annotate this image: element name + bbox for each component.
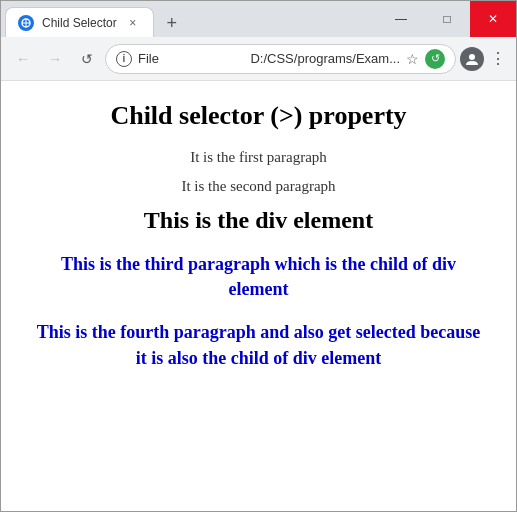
maximize-button[interactable]: □ xyxy=(424,1,470,37)
reload-button[interactable]: ↺ xyxy=(73,45,101,73)
menu-button[interactable]: ⋮ xyxy=(488,49,508,68)
tab-close-button[interactable]: × xyxy=(125,15,141,31)
url-text: D:/CSS/programs/Exam... xyxy=(250,51,400,66)
address-input[interactable]: i File D:/CSS/programs/Exam... ☆ ↺ xyxy=(105,44,456,74)
tab-title: Child Selector xyxy=(42,16,117,30)
minimize-button[interactable]: — xyxy=(378,1,424,37)
paragraph-1: It is the first paragraph xyxy=(31,149,486,166)
child-paragraph-1: This is the third paragraph which is the… xyxy=(31,252,486,302)
svg-point-3 xyxy=(469,54,475,60)
tab-favicon xyxy=(18,15,34,31)
browser-tab[interactable]: Child Selector × xyxy=(5,7,154,37)
file-label: File xyxy=(138,51,244,66)
bookmark-icon[interactable]: ☆ xyxy=(406,51,419,67)
paragraph-2: It is the second paragraph xyxy=(31,178,486,195)
page-content: Child selector (>) property It is the fi… xyxy=(1,81,516,511)
forward-button[interactable]: → xyxy=(41,45,69,73)
main-heading: Child selector (>) property xyxy=(31,101,486,131)
address-bar: ← → ↺ i File D:/CSS/programs/Exam... ☆ ↺… xyxy=(1,37,516,81)
browser-window: Child Selector × + — □ ✕ ← → ↺ i File D:… xyxy=(0,0,517,512)
back-button[interactable]: ← xyxy=(9,45,37,73)
tab-area: Child Selector × + xyxy=(1,1,378,37)
window-controls: — □ ✕ xyxy=(378,1,516,37)
close-button[interactable]: ✕ xyxy=(470,1,516,37)
profile-icon[interactable] xyxy=(460,47,484,71)
child-paragraph-2: This is the fourth paragraph and also ge… xyxy=(31,320,486,370)
reload-circle-button[interactable]: ↺ xyxy=(425,49,445,69)
info-icon: i xyxy=(116,51,132,67)
new-tab-button[interactable]: + xyxy=(158,9,186,37)
div-heading: This is the div element xyxy=(31,207,486,234)
title-bar: Child Selector × + — □ ✕ xyxy=(1,1,516,37)
